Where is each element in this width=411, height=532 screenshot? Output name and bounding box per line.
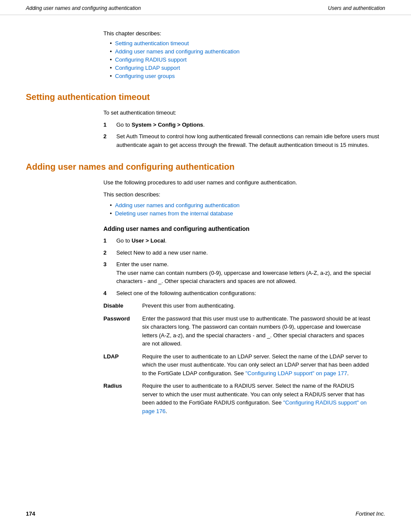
step2-text: Select New to add a new user name. — [116, 249, 208, 256]
list-item: Disable Prevent this user from authentic… — [103, 302, 371, 310]
list-item: 2 Set Auth Timeout to control how long a… — [103, 132, 385, 149]
step1-bold: System > Config > Options — [131, 121, 203, 128]
step1-text: Go to System > Config > Options. — [116, 121, 205, 128]
list-item: 1 Go to System > Config > Options. — [103, 121, 385, 129]
step-number: 2 — [103, 132, 106, 141]
toc-list: Setting authentication timeout Adding us… — [110, 40, 385, 79]
list-item: LDAP Require the user to authenticate to… — [103, 352, 371, 378]
sub-link-2[interactable]: Deleting user names from the internal da… — [115, 210, 233, 217]
toc-link-5[interactable]: Configuring user groups — [115, 73, 175, 79]
list-item: Configuring user groups — [110, 73, 385, 79]
def-term-password: Password — [103, 314, 142, 348]
radius-link[interactable]: "Configuring RADIUS support" on page 176 — [142, 399, 367, 414]
list-item: Configuring LDAP support — [110, 65, 385, 71]
section1-intro: To set authentication timeout: — [103, 109, 385, 117]
step1-text: Go to User > Local. — [116, 237, 167, 244]
list-item: Configuring RADIUS support — [110, 56, 385, 63]
list-item: 1 Go to User > Local. — [103, 236, 385, 245]
def-term-ldap: LDAP — [103, 352, 142, 378]
step-bold: User > Local — [131, 237, 165, 244]
def-desc-password: Enter the password that this user must u… — [142, 314, 371, 348]
list-item: Adding user names and configuring authen… — [110, 48, 385, 55]
page-header: Adding user names and configuring authen… — [0, 0, 411, 15]
step-number: 1 — [103, 236, 106, 245]
page-footer: 174 Fortinet Inc. — [0, 504, 411, 523]
header-right: Users and authentication — [328, 5, 385, 11]
section2-heading: Adding user names and configuring authen… — [26, 162, 385, 172]
list-item: Radius Require the user to authenticate … — [103, 382, 371, 415]
header-left: Adding user names and configuring authen… — [26, 5, 141, 11]
toc-link-4[interactable]: Configuring LDAP support — [115, 65, 180, 71]
toc-link-3[interactable]: Configuring RADIUS support — [115, 56, 187, 63]
step-number: 1 — [103, 121, 106, 129]
def-desc-disable: Prevent this user from authenticating. — [142, 302, 371, 310]
company-name: Fortinet Inc. — [355, 510, 385, 517]
list-item: Adding user names and configuring authen… — [110, 202, 385, 208]
page-number: 174 — [26, 510, 35, 517]
section2-toc: Adding user names and configuring authen… — [110, 202, 385, 217]
section1-heading: Setting authentication timeout — [26, 92, 385, 102]
auth-config-table: Disable Prevent this user from authentic… — [103, 302, 371, 415]
def-term-radius: Radius — [103, 382, 142, 415]
def-desc-radius: Require the user to authenticate to a RA… — [142, 382, 371, 415]
list-item: Setting authentication timeout — [110, 40, 385, 47]
step-number: 3 — [103, 260, 106, 269]
step-number: 2 — [103, 249, 106, 257]
list-item: 3 Enter the user name.The user name can … — [103, 260, 385, 286]
page: Adding user names and configuring authen… — [0, 0, 411, 532]
intro-text: This chapter describes: — [103, 30, 385, 37]
step3-text: Enter the user name.The user name can co… — [116, 261, 371, 284]
ldap-link[interactable]: "Configuring LDAP support" on page 177 — [246, 370, 347, 376]
step2-text: Set Auth Timeout to control how long aut… — [116, 133, 379, 148]
def-term-disable: Disable — [103, 302, 142, 310]
list-item: 4 Select one of the following authentica… — [103, 289, 385, 298]
list-item: Password Enter the password that this us… — [103, 314, 371, 348]
list-item: Deleting user names from the internal da… — [110, 210, 385, 217]
page-content: This chapter describes: Setting authenti… — [0, 15, 411, 437]
section2-sub-heading: Adding user names and configuring authen… — [103, 225, 385, 232]
section1-steps: 1 Go to System > Config > Options. 2 Set… — [103, 121, 385, 149]
toc-link-2[interactable]: Adding user names and configuring authen… — [115, 48, 240, 55]
step-number: 4 — [103, 289, 106, 298]
section2-desc: This section describes: — [103, 190, 385, 199]
def-desc-ldap: Require the user to authenticate to an L… — [142, 352, 371, 378]
toc-link-1[interactable]: Setting authentication timeout — [115, 40, 189, 47]
section2-steps: 1 Go to User > Local. 2 Select New to ad… — [103, 236, 385, 297]
sub-link-1[interactable]: Adding user names and configuring authen… — [115, 202, 240, 208]
step4-text: Select one of the following authenticati… — [116, 290, 256, 296]
section2-intro: Use the following procedures to add user… — [103, 178, 385, 187]
list-item: 2 Select New to add a new user name. — [103, 249, 385, 257]
